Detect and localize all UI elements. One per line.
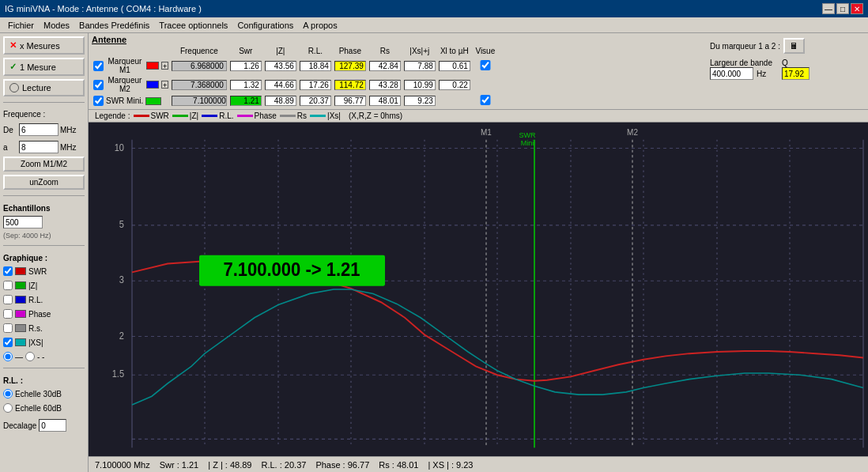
antenna-title: Antenne — [92, 35, 700, 44]
status-xs: | XS | : 9.23 — [428, 460, 473, 470]
m1-checkbox[interactable] — [93, 61, 104, 71]
echelle60-label: Echelle 60dB — [15, 404, 62, 413]
xs-color — [15, 338, 26, 346]
menu-bandes[interactable]: Bandes Predéfinis — [74, 20, 154, 31]
legend-rs: Rs — [280, 111, 307, 120]
swr-color — [15, 267, 26, 275]
rs-checkbox[interactable] — [3, 323, 13, 333]
phase-checkbox[interactable] — [3, 309, 13, 319]
legend-swr-color — [134, 115, 149, 117]
freq-a-row: a MHz — [3, 141, 85, 153]
status-freq: 7.100000 Mhz — [95, 460, 150, 470]
echantillons-input[interactable] — [3, 216, 43, 228]
swr-mini-row: SWR Mini. 7.100000 1.21 48.89 20.37 96.7… — [92, 94, 499, 108]
menu-configurations[interactable]: Configurations — [232, 20, 298, 31]
m2-checkbox[interactable] — [93, 80, 104, 90]
m1-visue[interactable] — [474, 60, 497, 70]
de-label: De — [3, 126, 17, 134]
echelle30-radio[interactable] — [3, 389, 13, 398]
decalage-input[interactable] — [39, 419, 66, 432]
m1-plus-btn[interactable]: + — [161, 62, 168, 70]
decalage-row: Decalage — [3, 419, 85, 432]
right-content: Antenne Frequence Swr |Z| R.L. Phase Rs … — [89, 33, 868, 472]
mini-visue[interactable] — [474, 95, 497, 105]
radio-icon — [9, 83, 19, 93]
frequence-label: Frequence : — [3, 110, 85, 119]
m2-plus-btn[interactable]: + — [161, 81, 168, 89]
legend-phase-label: Phase — [255, 111, 277, 120]
menu-apropos[interactable]: A propos — [298, 20, 342, 31]
q-input[interactable] — [782, 67, 810, 80]
largeur-input[interactable] — [710, 67, 753, 80]
rs-color — [15, 324, 26, 332]
main-layout: ✕ x Mesures ✓ 1 Mesure Lecture Frequence… — [0, 33, 868, 472]
legend-rl-label: R.L. — [219, 111, 233, 120]
status-rl: R.L. : 20.37 — [262, 460, 307, 470]
mini-z: 48.89 — [265, 96, 296, 106]
mesure-button[interactable]: ✓ 1 Mesure — [3, 58, 85, 76]
zoom-m1m2-button[interactable]: Zoom M1/M2 — [3, 157, 85, 172]
mini-checkbox[interactable] — [93, 96, 104, 106]
svg-text:7.100.000 -> 1.21: 7.100.000 -> 1.21 — [224, 259, 360, 280]
svg-text:10: 10 — [115, 142, 124, 152]
calc-button[interactable]: 🖩 — [783, 38, 805, 54]
phase-color — [15, 310, 26, 318]
dash-radio[interactable] — [25, 352, 35, 361]
m1-z: 43.56 — [265, 61, 296, 71]
svg-text:2: 2 — [119, 330, 124, 340]
measurements-bar: Antenne Frequence Swr |Z| R.L. Phase Rs … — [89, 33, 868, 110]
col-swr: Swr — [228, 46, 263, 56]
chart-area[interactable]: 10 5 3 2 1.5 SWR — [89, 123, 868, 456]
legend-rs-color — [280, 115, 296, 117]
line-label: — — [15, 353, 23, 361]
legend-phase-color — [237, 115, 253, 117]
titlebar-controls: — □ ✕ — [822, 3, 863, 14]
svg-text:5: 5 — [119, 220, 124, 229]
menu-modes[interactable]: Modes — [39, 20, 74, 31]
minimize-button[interactable]: — — [822, 3, 835, 14]
col-xl: Xl to µH — [437, 46, 472, 56]
xs-checkbox[interactable] — [3, 338, 13, 347]
legend-z: |Z| — [172, 111, 198, 120]
m1-phase: 127.39 — [334, 61, 366, 71]
phase-graph-label: Phase — [28, 310, 51, 319]
maximize-button[interactable]: □ — [836, 3, 849, 14]
z-checkbox[interactable] — [3, 281, 13, 290]
z-graph-label: |Z| — [28, 281, 37, 290]
menu-tracee[interactable]: Tracee optionnels — [154, 20, 232, 31]
col-visue: Visue — [472, 46, 499, 56]
marqueur-label: Du marqueur 1 a 2 : — [710, 42, 780, 51]
lecture-button[interactable]: Lecture — [3, 79, 85, 96]
check-icon: ✓ — [9, 62, 17, 72]
largeur-row: Largeur de bande Hz Q — [710, 59, 862, 80]
m1-color-indicator — [146, 62, 159, 70]
freq-a-input[interactable] — [19, 141, 58, 153]
largeur-label: Largeur de bande — [710, 59, 772, 67]
line-radio[interactable] — [3, 352, 13, 361]
legend-xs: |Xs| — [310, 111, 341, 120]
rl-color — [15, 296, 26, 304]
rs-graph-label: R.s. — [28, 324, 43, 333]
legend-rs-label: Rs — [297, 111, 307, 120]
m1-freq: 6.968000 — [172, 61, 227, 71]
echelle60-radio[interactable] — [3, 403, 13, 413]
mini-freq: 7.100000 — [172, 96, 227, 106]
mini-swr: 1.21 — [230, 96, 262, 106]
menu-fichier[interactable]: Fichier — [3, 20, 39, 31]
antenna-section: Antenne Frequence Swr |Z| R.L. Phase Rs … — [92, 35, 700, 108]
marker-m2-row: Marqueur M2 + 7.368000 1.32 44.66 17.26 … — [92, 75, 499, 94]
close-button[interactable]: ✕ — [851, 3, 863, 14]
m2-label: Marqueur M2 — [106, 76, 144, 93]
legend-z-color — [172, 115, 188, 117]
divider3 — [3, 245, 85, 246]
z-color — [15, 281, 26, 289]
swr-checkbox[interactable] — [3, 266, 13, 276]
m2-rl: 17.26 — [300, 80, 331, 90]
xmesures-button[interactable]: ✕ x Mesures — [3, 36, 85, 55]
freq-de-input[interactable] — [19, 123, 58, 136]
unzoom-button[interactable]: unZoom — [3, 175, 85, 190]
svg-text:M1: M1 — [481, 128, 492, 137]
rl-checkbox[interactable] — [3, 295, 13, 304]
swr-graph-row: SWR — [3, 266, 85, 276]
echelle30-row: Echelle 30dB — [3, 389, 85, 398]
